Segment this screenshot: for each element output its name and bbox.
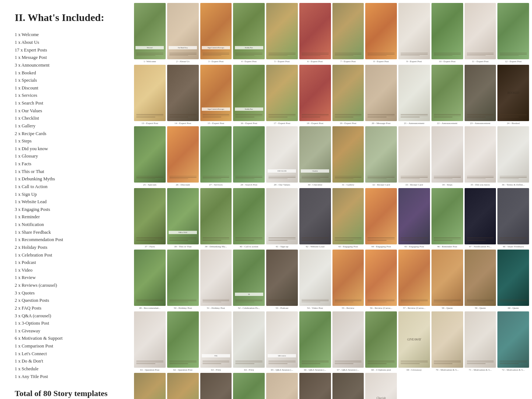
template-card[interactable] bbox=[332, 311, 364, 368]
template-card[interactable] bbox=[431, 250, 463, 306]
template-card[interactable] bbox=[431, 188, 463, 244]
template-card[interactable] bbox=[398, 126, 430, 183]
template-card[interactable] bbox=[431, 3, 463, 59]
template-label: 30 - Checklist bbox=[299, 183, 331, 186]
template-card[interactable] bbox=[299, 65, 331, 121]
template-card[interactable] bbox=[497, 250, 529, 306]
item-list: 1 x Welcome1 x About Us17 x Expert Posts… bbox=[15, 31, 121, 380]
template-card[interactable] bbox=[398, 3, 430, 59]
template-card[interactable] bbox=[365, 3, 397, 59]
template-label: 46 - Reminder Post bbox=[431, 245, 463, 248]
template-card[interactable] bbox=[365, 126, 397, 183]
template-card[interactable] bbox=[431, 311, 463, 368]
card-overlay-text: GIVEAWAY bbox=[407, 338, 421, 341]
template-card[interactable]: Cherish every moment bbox=[365, 373, 397, 399]
template-card[interactable] bbox=[497, 126, 529, 183]
template-card[interactable]: Q&A session bbox=[266, 311, 298, 368]
template-label: 55 - Review bbox=[332, 307, 364, 310]
template-card[interactable] bbox=[332, 3, 364, 59]
template-item: 32 - Recipe Card bbox=[365, 126, 397, 187]
template-card[interactable] bbox=[465, 250, 496, 306]
template-card[interactable] bbox=[465, 3, 496, 59]
template-card[interactable] bbox=[134, 250, 166, 306]
template-label: 45 - Engaging Post bbox=[398, 245, 430, 248]
template-label: 34 - Steps bbox=[431, 183, 463, 186]
template-card[interactable] bbox=[167, 311, 199, 368]
template-card[interactable] bbox=[233, 373, 265, 399]
template-card[interactable] bbox=[167, 65, 199, 121]
template-label: 14 - Expert Post bbox=[167, 122, 199, 125]
template-card[interactable] bbox=[266, 65, 298, 121]
template-card[interactable] bbox=[431, 126, 463, 183]
template-item: 58 - Quote bbox=[431, 250, 463, 310]
template-card[interactable] bbox=[233, 126, 265, 183]
template-card[interactable]: OUR VALUES bbox=[266, 126, 298, 183]
template-card[interactable] bbox=[299, 311, 331, 368]
template-card[interactable]: BOOKED bbox=[497, 65, 529, 121]
template-card[interactable]: Healthy Plate bbox=[233, 3, 265, 59]
template-card[interactable]: Welcome! bbox=[134, 3, 166, 59]
template-card[interactable]: GIVEAWAY bbox=[398, 311, 430, 368]
list-item: 1 x Steps bbox=[15, 137, 121, 145]
list-item: 2 x Reviews (carousel) bbox=[15, 282, 121, 289]
template-card[interactable]: Checklist bbox=[299, 126, 331, 183]
template-card[interactable]: THIS or THAT bbox=[167, 188, 199, 244]
template-card[interactable] bbox=[332, 65, 364, 121]
template-card[interactable] bbox=[299, 373, 331, 399]
template-card[interactable] bbox=[233, 188, 265, 244]
template-card[interactable] bbox=[299, 250, 331, 306]
template-card[interactable] bbox=[398, 188, 430, 244]
template-item: 3K52 - Celebration Po... bbox=[233, 250, 265, 310]
template-card[interactable] bbox=[266, 3, 298, 59]
template-card[interactable] bbox=[200, 188, 232, 244]
card-overlay-text: BOOKED bbox=[507, 91, 519, 95]
template-card[interactable]: Sugar Content in Beverages bbox=[200, 65, 232, 121]
template-card[interactable] bbox=[134, 188, 166, 244]
list-item: 1 x Booked bbox=[15, 69, 121, 77]
template-card[interactable] bbox=[167, 250, 199, 306]
template-card[interactable] bbox=[332, 373, 364, 399]
template-card[interactable] bbox=[398, 65, 430, 121]
template-card[interactable] bbox=[299, 3, 331, 59]
template-card[interactable] bbox=[167, 373, 199, 399]
template-card[interactable] bbox=[200, 373, 232, 399]
template-card[interactable] bbox=[134, 126, 166, 183]
template-card[interactable] bbox=[365, 311, 397, 368]
template-label: 61 - Question Post bbox=[134, 368, 166, 371]
template-card[interactable] bbox=[365, 188, 397, 244]
template-card[interactable] bbox=[332, 188, 364, 244]
template-card[interactable] bbox=[365, 250, 397, 306]
template-card[interactable] bbox=[398, 250, 430, 306]
template-card[interactable] bbox=[465, 311, 496, 368]
template-card[interactable] bbox=[299, 188, 331, 244]
template-card[interactable]: Our Brand Story bbox=[167, 3, 199, 59]
template-card[interactable] bbox=[266, 250, 298, 306]
template-card[interactable] bbox=[233, 311, 265, 368]
template-card[interactable] bbox=[332, 126, 364, 183]
template-card[interactable] bbox=[167, 126, 199, 183]
template-card[interactable]: Sugar Content in Beverages bbox=[200, 3, 232, 59]
template-item: 10 - Expert Post bbox=[431, 3, 463, 63]
template-card[interactable] bbox=[497, 188, 529, 244]
template-card[interactable] bbox=[266, 373, 298, 399]
template-card[interactable] bbox=[365, 65, 397, 121]
template-card[interactable] bbox=[497, 311, 529, 368]
template-card[interactable] bbox=[431, 65, 463, 121]
template-card[interactable]: Healthy Plate bbox=[233, 65, 265, 121]
template-card[interactable] bbox=[465, 126, 496, 183]
template-card[interactable] bbox=[200, 126, 232, 183]
template-card[interactable]: 3K bbox=[233, 250, 265, 306]
template-card[interactable] bbox=[134, 65, 166, 121]
template-item: 31 - Gallery bbox=[332, 126, 364, 187]
template-card[interactable] bbox=[134, 373, 166, 399]
template-card[interactable]: FAQ bbox=[200, 311, 232, 368]
template-card[interactable] bbox=[200, 250, 232, 306]
template-card[interactable] bbox=[497, 3, 529, 59]
template-card[interactable] bbox=[332, 250, 364, 306]
template-card[interactable] bbox=[266, 188, 298, 244]
template-item: 70 - Motivation & S... bbox=[431, 311, 463, 372]
template-card[interactable] bbox=[134, 311, 166, 368]
template-card[interactable] bbox=[465, 65, 496, 121]
template-card[interactable] bbox=[465, 188, 496, 244]
template-label: 51 - Holiday Post bbox=[200, 307, 232, 310]
